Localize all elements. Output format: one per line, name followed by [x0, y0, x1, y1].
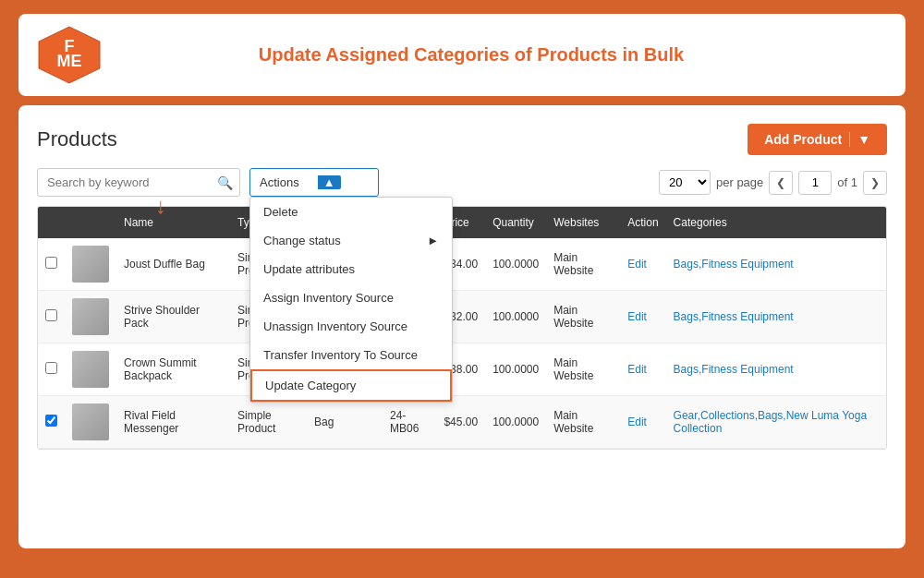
svg-text:ME: ME — [57, 52, 82, 70]
col-quantity: Quantity — [485, 207, 546, 238]
actions-label: Actions — [260, 175, 299, 189]
row-action: Edit — [620, 238, 665, 291]
row-name: Rival Field Messenger — [116, 396, 230, 449]
page-number-input[interactable] — [798, 171, 832, 195]
add-product-button[interactable]: Add Product ▼ — [748, 124, 887, 155]
search-icon: 🔍 — [217, 175, 233, 190]
actions-arrow-icon: ▲ — [318, 175, 341, 189]
row-checkbox[interactable] — [45, 257, 57, 269]
per-page-select[interactable]: 20 50 100 — [659, 170, 711, 195]
row-img-cell — [65, 396, 116, 449]
row-categories: Bags,Fitness Equipment — [666, 238, 886, 291]
edit-link[interactable]: Edit — [627, 258, 647, 271]
row-websites: Main Website — [546, 291, 620, 343]
row-name: Crown Summit Backpack — [116, 343, 230, 396]
row-checkbox[interactable] — [45, 415, 57, 427]
table-row: Rival Field Messenger Simple Product Bag… — [38, 396, 886, 449]
next-page-button[interactable]: ❯ — [863, 171, 887, 195]
row-categories: Bags,Fitness Equipment — [666, 343, 886, 396]
row-checkbox[interactable] — [45, 309, 57, 321]
col-categories: Categories — [666, 207, 886, 238]
row-attribute-set: Bag — [307, 396, 383, 449]
table-row: Joust Duffle Bag Simple Product Bag 24-M… — [38, 238, 886, 291]
table-row: Strive Shoulder Pack Simple Product Bag … — [38, 291, 886, 343]
dropdown-item-change-status-label: Change status — [263, 234, 341, 247]
dropdown-item-transfer-inventory-label: Transfer Inventory To Source — [263, 348, 418, 362]
product-image — [72, 298, 109, 335]
col-websites: Websites — [546, 207, 620, 238]
row-img-cell — [65, 291, 116, 343]
row-websites: Main Website — [546, 238, 620, 291]
dropdown-item-unassign-inventory-label: Unassign Inventory Source — [263, 319, 407, 333]
row-quantity: 100.0000 — [485, 238, 546, 291]
row-action: Edit — [620, 396, 665, 449]
section-title: Products — [37, 127, 117, 151]
actions-dropdown-menu: Delete Change status ► Update attributes… — [249, 197, 453, 403]
dropdown-item-update-attributes[interactable]: Update attributes — [250, 255, 452, 283]
row-price: $45.00 — [436, 396, 485, 449]
actions-button[interactable]: Actions ▲ — [249, 168, 379, 197]
arrow-indicator: ↓ — [155, 193, 166, 219]
dropdown-item-assign-inventory-label: Assign Inventory Source — [263, 291, 394, 305]
page-header: F ME Update Assigned Categories of Produ… — [18, 14, 906, 96]
row-quantity: 100.0000 — [485, 343, 546, 396]
per-page-label: per page — [716, 175, 763, 189]
fme-logo: F ME — [37, 25, 102, 85]
edit-link[interactable]: Edit — [627, 310, 647, 323]
edit-link[interactable]: Edit — [627, 415, 647, 428]
dropdown-item-update-attributes-label: Update attributes — [263, 262, 355, 276]
add-product-chevron: ▼ — [849, 132, 870, 147]
products-table: Name Type Attribute Set SKU Price Quanti… — [37, 206, 887, 450]
category-link[interactable]: Bags,Fitness Equipment — [674, 310, 794, 323]
category-link[interactable]: Gear,Collections,Bags,New Luma Yoga Coll… — [674, 409, 867, 435]
row-websites: Main Website — [546, 396, 620, 449]
row-checkbox-cell — [38, 343, 65, 396]
dropdown-item-assign-inventory[interactable]: Assign Inventory Source — [250, 283, 452, 312]
row-img-cell — [65, 238, 116, 291]
category-link[interactable]: Bags,Fitness Equipment — [674, 363, 794, 376]
row-type: Simple Product — [230, 396, 307, 449]
col-checkbox — [38, 207, 65, 238]
row-action: Edit — [620, 291, 665, 343]
product-image — [72, 351, 109, 388]
prev-page-button[interactable]: ❮ — [769, 171, 793, 195]
edit-link[interactable]: Edit — [627, 363, 647, 376]
col-img — [65, 207, 116, 238]
row-checkbox-cell — [38, 238, 65, 291]
row-checkbox-cell — [38, 396, 65, 449]
row-quantity: 100.0000 — [485, 396, 546, 449]
col-name: Name — [116, 207, 230, 238]
category-link[interactable]: Bags,Fitness Equipment — [674, 258, 794, 271]
row-categories: Gear,Collections,Bags,New Luma Yoga Coll… — [666, 396, 886, 449]
dropdown-item-transfer-inventory[interactable]: Transfer Inventory To Source — [250, 341, 452, 369]
dropdown-item-delete[interactable]: Delete — [250, 198, 452, 226]
table-row: Crown Summit Backpack Simple Product Bag… — [38, 343, 886, 396]
dropdown-item-delete-label: Delete — [263, 205, 298, 219]
dropdown-item-update-category[interactable]: Update Category — [250, 369, 452, 402]
actions-dropdown-wrapper: Actions ▲ Delete Change status ► Update … — [249, 168, 379, 197]
row-name: Joust Duffle Bag — [116, 238, 230, 291]
row-img-cell — [65, 343, 116, 396]
row-sku: 24-MB06 — [383, 396, 436, 449]
page-of-label: of 1 — [837, 175, 857, 189]
row-name: Strive Shoulder Pack — [116, 291, 230, 343]
search-input[interactable] — [37, 168, 240, 197]
row-checkbox-cell — [38, 291, 65, 343]
row-quantity: 100.0000 — [485, 291, 546, 343]
search-wrapper: 🔍 — [37, 168, 240, 197]
dropdown-item-update-category-label: Update Category — [265, 379, 356, 392]
dropdown-item-unassign-inventory[interactable]: Unassign Inventory Source — [250, 312, 452, 341]
main-card: Products Add Product ▼ 🔍 Actions ▲ Delet… — [18, 105, 906, 548]
dropdown-item-change-status[interactable]: Change status ► — [250, 226, 452, 255]
row-categories: Bags,Fitness Equipment — [666, 291, 886, 343]
product-image — [72, 403, 109, 440]
row-checkbox[interactable] — [45, 362, 57, 374]
add-product-label: Add Product — [764, 132, 842, 147]
products-header: Products Add Product ▼ — [37, 124, 887, 155]
row-action: Edit — [620, 343, 665, 396]
chevron-right-icon: ► — [427, 234, 439, 247]
page-title: Update Assigned Categories of Products i… — [120, 44, 887, 66]
pagination: 20 50 100 per page ❮ of 1 ❯ — [659, 170, 887, 195]
col-action: Action — [620, 207, 665, 238]
row-websites: Main Website — [546, 343, 620, 396]
